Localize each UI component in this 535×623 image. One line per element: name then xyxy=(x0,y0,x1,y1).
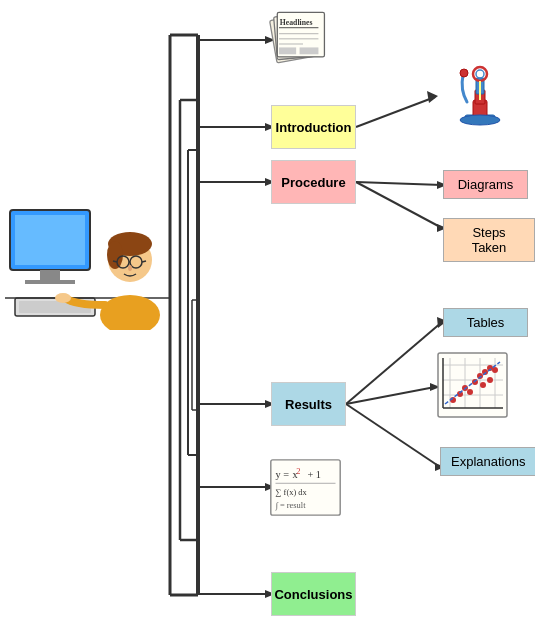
svg-text:∑ f(x) dx: ∑ f(x) dx xyxy=(276,487,308,497)
diagrams-box: Diagrams xyxy=(443,170,528,199)
svg-point-71 xyxy=(460,69,468,77)
scatter-chart-icon xyxy=(435,350,510,420)
newspaper-icon: Headlines xyxy=(268,8,338,68)
svg-line-15 xyxy=(142,261,146,262)
svg-point-93 xyxy=(487,377,493,383)
explanations-box: Explanations xyxy=(440,447,535,476)
svg-point-92 xyxy=(492,367,498,373)
svg-point-10 xyxy=(107,241,123,269)
svg-line-37 xyxy=(346,322,442,404)
svg-rect-63 xyxy=(279,47,296,54)
svg-rect-1 xyxy=(15,215,85,265)
steps-taken-box: Steps Taken xyxy=(443,218,535,262)
conclusions-node: Conclusions xyxy=(271,572,356,616)
svg-point-70 xyxy=(476,70,484,78)
svg-point-7 xyxy=(100,295,160,330)
svg-line-35 xyxy=(356,182,442,228)
svg-line-31 xyxy=(356,97,435,127)
svg-rect-64 xyxy=(300,47,319,54)
microscope-icon xyxy=(435,60,505,135)
procedure-node: Procedure xyxy=(271,160,356,204)
svg-rect-2 xyxy=(40,270,60,280)
svg-text:+ 1: + 1 xyxy=(307,469,321,480)
svg-text:y =: y = xyxy=(276,469,290,480)
svg-text:Headlines: Headlines xyxy=(280,18,313,27)
svg-line-14 xyxy=(113,261,117,262)
svg-line-41 xyxy=(346,404,440,467)
svg-line-39 xyxy=(346,387,435,404)
svg-point-87 xyxy=(467,389,473,395)
diagram-container: Headlines Introduction Procedure Diagram… xyxy=(0,0,535,623)
svg-point-17 xyxy=(55,293,71,303)
svg-point-72 xyxy=(460,115,500,125)
svg-line-33 xyxy=(356,182,442,185)
person-at-computer-icon xyxy=(5,150,170,330)
svg-text:x: x xyxy=(292,469,298,480)
svg-text:∫ = result: ∫ = result xyxy=(275,500,307,511)
introduction-node: Introduction xyxy=(271,105,356,149)
svg-point-16 xyxy=(128,265,132,271)
svg-rect-3 xyxy=(25,280,75,284)
tables-box: Tables xyxy=(443,308,528,337)
svg-point-94 xyxy=(480,382,486,388)
results-node: Results xyxy=(271,382,346,426)
formula-icon: y = 2 x + 1 ∑ f(x) dx ∫ = result xyxy=(268,455,343,520)
